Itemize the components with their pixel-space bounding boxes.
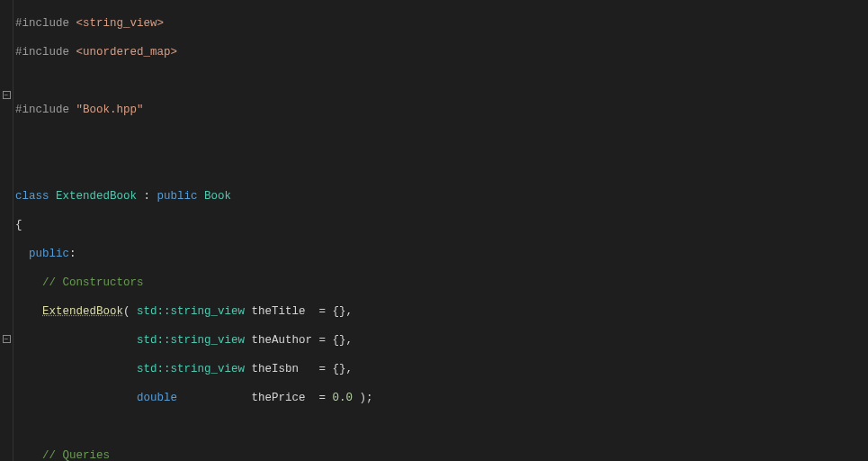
param-price: thePrice = — [177, 392, 333, 404]
brace-open: { — [15, 219, 22, 231]
fold-toggle-class[interactable]: − — [3, 91, 11, 99]
kw-public: public — [157, 190, 198, 203]
base-class: Book — [198, 190, 232, 203]
param-author: theAuthor = {}, — [245, 334, 353, 347]
code-area[interactable]: #include <string_view> #include <unorder… — [13, 0, 868, 461]
default-price: 0.0 — [333, 392, 353, 404]
param-isbn: theIsbn = {}, — [245, 363, 353, 375]
param-title: theTitle = {}, — [245, 305, 353, 318]
comment-queries: // Queries — [15, 449, 110, 461]
kw-double: double — [137, 392, 177, 404]
code-editor[interactable]: − − #include <string_view> #include <uno… — [0, 0, 868, 461]
access-public: public — [15, 248, 69, 260]
constructor-name: ExtendedBook — [42, 305, 123, 318]
comment-constructors: // Constructors — [15, 276, 144, 289]
include-2-directive: #include — [15, 46, 76, 59]
kw-class: class — [15, 190, 49, 203]
fold-gutter: − − — [0, 0, 13, 461]
fold-toggle-comment[interactable]: − — [3, 335, 11, 343]
class-name: ExtendedBook — [49, 190, 144, 203]
include-3-directive: #include — [15, 104, 76, 116]
include-1-header: <string_view> — [76, 17, 165, 30]
include-1-directive: #include — [15, 17, 76, 30]
include-2-header: <unordered_map> — [76, 46, 178, 59]
include-3-header: "Book.hpp" — [76, 104, 144, 116]
